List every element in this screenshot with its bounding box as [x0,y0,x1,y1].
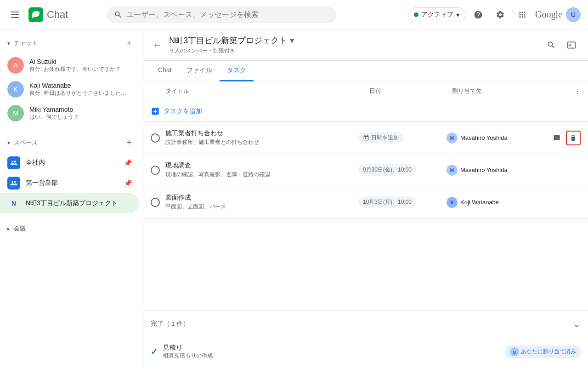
col-assign-label: 割り当て先 [452,87,482,94]
completed-task-row: ✓ 見積り 概算見積もりの作成 U あなたに割り当て済み [143,337,588,366]
avatar-ai-suzuki: A [7,57,24,74]
space-name-daiichi: 第一営業部 [26,179,119,187]
col-title-label: タイトル [165,87,189,94]
task-assign-1: M Masahiro Yoshida [447,132,538,144]
task-row-2: 現地調査 現地の確認、写真撮影、近隣・道路の確認 9月30日(金)、10:00 … [143,154,588,186]
chat-title: N町3丁目ビル新築プロジェクト ▾ [169,35,537,46]
hamburger-menu[interactable] [7,8,23,22]
task-header-row: タイトル 日付 割り当て先 ⋮ [143,81,588,101]
meetings-section-label: ▸ 会議 [7,224,26,233]
task-list: タイトル 日付 割り当て先 ⋮ タスクを追加 [143,81,588,368]
settings-button[interactable] [491,6,509,24]
tab-tasks[interactable]: タスク [220,61,254,81]
task-assign-2: M Masahiro Yoshida [447,165,538,176]
chats-section-header[interactable]: ▾ チャット + [0,33,143,53]
chat-item-ai-suzuki[interactable]: A Ai Suzuki 自分: お疲れ様です。今いいですか？ [0,53,139,77]
header-actions: アクティブ ▾ Google U [408,6,581,24]
chat-info-koji-watanabe: Koji Watanabe 自分: 昨日はありがとうございました… [29,82,132,97]
delete-button-1[interactable] [566,131,581,145]
chat-preview: 自分: お疲れ様です。今いいですか？ [29,65,132,73]
task-date-1: 日時を追加 [358,132,441,144]
header-right-icons [542,36,581,54]
task-checkbox-1[interactable] [151,133,160,143]
date-pill-3[interactable]: 10月3日(月)、10:00 [358,196,416,208]
chats-section-label: ▾ チャット [7,39,38,47]
completed-task-info: 見積り 概算見積もりの作成 [163,344,500,360]
space-name-n-project: N町3丁目ビル新築プロジェクト [26,199,132,207]
task-desc-2: 現地の確認、写真撮影、近隣・道路の確認 [165,171,353,178]
chat-header: ← N町3丁目ビル新築プロジェクト ▾ ３人のメンバー・制限付き [143,29,588,61]
task-row-1: 施工業者打ち合わせ 設計事務所、施工業者との打ち合わせ 日時を追加 M Masa… [143,122,588,154]
tabs: Chat ファイル タスク [143,61,588,81]
add-task-row[interactable]: タスクを追加 [143,101,588,122]
space-item-daiichi[interactable]: 第一営業部 📌 [0,173,139,193]
main-content: ▾ チャット + A Ai Suzuki 自分: お疲れ様です。今いいですか？ … [0,29,588,368]
chat-info-ai-suzuki: Ai Suzuki 自分: お疲れ様です。今いいですか？ [29,58,132,73]
panel-search-button[interactable] [542,36,560,54]
space-item-zenshanai[interactable]: 全社内 📌 [0,153,139,173]
space-icon-zenshanai [7,156,20,169]
apps-button[interactable] [513,6,531,24]
search-input[interactable] [126,11,329,19]
chat-item-koji-watanabe[interactable]: K Koji Watanabe 自分: 昨日はありがとうございました… [0,77,139,101]
task-info-2: 現地調査 現地の確認、写真撮影、近隣・道路の確認 [165,161,353,178]
date-pill-2[interactable]: 9月30日(金)、10:00 [358,164,416,176]
back-button[interactable]: ← [151,38,164,52]
svg-text:U: U [571,11,576,18]
search-bar[interactable] [107,6,336,23]
task-name-2: 現地調査 [165,161,353,170]
status-dot [414,12,418,17]
help-button[interactable] [469,6,487,24]
assign-avatar-completed: U [510,347,519,356]
task-actions-1 [544,131,581,145]
chat-panel: ← N町3丁目ビル新築プロジェクト ▾ ３人のメンバー・制限付き Chat ファ [143,29,588,368]
task-date-2: 9月30日(金)、10:00 [358,164,441,176]
expand-button[interactable] [562,36,581,54]
task-info-1: 施工業者打ち合わせ 設計事務所、施工業者との打ち合わせ [165,129,353,146]
chevron-down-icon: ▾ [456,11,459,18]
task-info-3: 図面作成 平面図、立面図、パース [165,194,353,211]
svg-text:M: M [13,109,18,117]
assign-avatar-3: K [447,197,458,208]
completed-section: 完了（１件） ⌄ ✓ 見積り 概算見積もりの作成 U あなたに割り当て済み [143,310,588,366]
add-space-button[interactable]: + [123,136,136,149]
spaces-section-header[interactable]: ▾ スペース + [0,132,143,153]
completed-header[interactable]: 完了（１件） ⌄ [143,311,588,337]
spaces-section-label: ▾ スペース [7,138,38,147]
meetings-section-header[interactable]: ▸ 会議 [0,221,143,236]
status-button[interactable]: アクティブ ▾ [408,7,465,22]
svg-text:K: K [451,200,454,205]
logo-area: Chat [28,7,68,22]
tab-files[interactable]: ファイル [179,61,220,81]
space-item-n-project[interactable]: N N町3丁目ビル新築プロジェクト [0,193,139,213]
app-title: Chat [47,9,68,21]
more-options-icon[interactable]: ⋮ [575,88,581,95]
comment-button-1[interactable] [549,131,564,145]
task-row-3: 図面作成 平面図、立面図、パース 10月3日(月)、10:00 K Koji W… [143,186,588,218]
user-avatar[interactable]: U [566,7,581,22]
status-label: アクティブ [421,11,453,19]
task-checkbox-2[interactable] [151,166,160,175]
add-chat-button[interactable]: + [123,37,136,50]
pin-icon-daiichi: 📌 [124,179,132,187]
svg-text:M: M [450,136,454,141]
add-date-pill[interactable]: 日時を追加 [358,132,403,144]
tab-chat[interactable]: Chat [151,61,179,81]
chat-info-miki-yamamoto: Miki Yamamoto はい、何でしょう？ [29,106,132,121]
dropdown-icon[interactable]: ▾ [290,35,294,46]
completed-task-desc: 概算見積もりの作成 [163,352,500,360]
collapse-icon[interactable]: ⌄ [573,318,581,329]
completed-title: 完了（１件） [151,320,189,328]
space-icon-n-project: N [7,197,20,210]
task-assign-3: K Koji Watanabe [447,197,538,208]
assign-avatar-2: M [447,165,458,176]
chat-title-area: N町3丁目ビル新築プロジェクト ▾ ３人のメンバー・制限付き [169,35,537,55]
top-header: Chat アクティブ ▾ Google U [0,0,588,29]
task-checkbox-3[interactable] [151,198,160,207]
sidebar: ▾ チャット + A Ai Suzuki 自分: お疲れ様です。今いいですか？ … [0,29,143,368]
avatar-koji-watanabe: K [7,81,24,98]
search-icon [114,10,123,19]
pin-icon-zenshanai: 📌 [124,159,132,167]
chat-item-miki-yamamoto[interactable]: M Miki Yamamoto はい、何でしょう？ [0,101,139,125]
completed-task-name: 見積り [163,344,500,352]
